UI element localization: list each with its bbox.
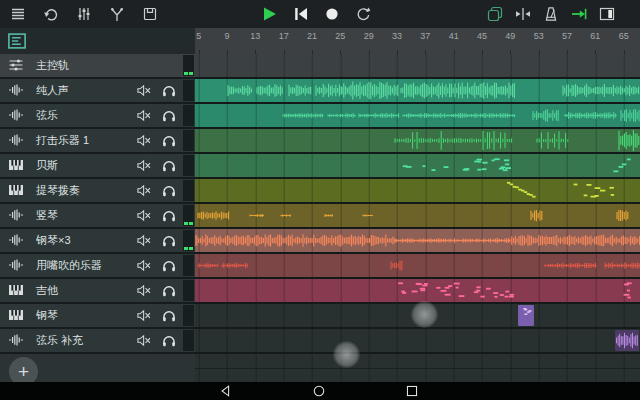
clip[interactable]: [257, 84, 282, 97]
clip[interactable]: [510, 294, 514, 296]
clip[interactable]: [421, 289, 426, 291]
clip[interactable]: [529, 310, 532, 312]
clip[interactable]: [509, 296, 514, 298]
clip[interactable]: [391, 261, 402, 271]
clip[interactable]: [595, 195, 599, 197]
clip[interactable]: [627, 290, 630, 292]
solo-button[interactable]: [160, 82, 178, 99]
solo-button[interactable]: [160, 332, 178, 349]
panel-toggle-button[interactable]: [599, 6, 615, 22]
clip[interactable]: [494, 296, 497, 298]
clip[interactable]: [228, 85, 251, 96]
clip[interactable]: [532, 196, 535, 198]
clip[interactable]: [289, 85, 311, 96]
solo-button[interactable]: [160, 257, 178, 274]
mute-button[interactable]: [135, 132, 153, 149]
clip[interactable]: [529, 194, 532, 196]
clip[interactable]: [505, 167, 511, 169]
clip[interactable]: [436, 287, 440, 289]
clip[interactable]: [422, 165, 425, 167]
clip[interactable]: [431, 169, 435, 171]
clip[interactable]: [510, 235, 640, 247]
clip[interactable]: [422, 285, 427, 287]
clip[interactable]: [198, 211, 229, 220]
track-row-3[interactable]: 打击乐器 1: [0, 129, 195, 154]
clip[interactable]: [505, 296, 509, 298]
clip[interactable]: [454, 283, 460, 285]
clip[interactable]: [445, 294, 451, 296]
clip[interactable]: [474, 291, 479, 293]
clip[interactable]: [533, 109, 558, 121]
clip[interactable]: [456, 287, 459, 289]
metronome-button[interactable]: [543, 6, 559, 22]
clip[interactable]: [466, 168, 470, 170]
lane-2[interactable]: [195, 104, 640, 129]
clip[interactable]: [609, 187, 614, 189]
clip[interactable]: [283, 113, 323, 118]
clip[interactable]: [505, 291, 509, 293]
lane-1[interactable]: [195, 79, 640, 104]
clip[interactable]: [524, 313, 527, 315]
clip[interactable]: [441, 290, 447, 292]
track-row-1[interactable]: 纯人声: [0, 79, 195, 104]
lane-3[interactable]: [195, 129, 640, 154]
clip[interactable]: [402, 292, 406, 294]
lane-11[interactable]: [195, 329, 640, 354]
lane-5[interactable]: [195, 179, 640, 204]
mute-button[interactable]: [135, 157, 153, 174]
clip[interactable]: [420, 288, 426, 290]
clip[interactable]: [444, 166, 449, 168]
clip[interactable]: [494, 158, 500, 160]
clip[interactable]: [621, 109, 639, 122]
jump-button[interactable]: [571, 6, 587, 22]
clip[interactable]: [499, 168, 504, 170]
mute-button[interactable]: [135, 307, 153, 324]
clip[interactable]: [401, 82, 514, 98]
track-view-button[interactable]: [7, 31, 27, 51]
track-row-0[interactable]: 主控轨: [0, 54, 195, 79]
mute-button[interactable]: [135, 332, 153, 349]
track-row-2[interactable]: 弦乐: [0, 104, 195, 129]
clip[interactable]: [627, 282, 632, 284]
clone-button[interactable]: [487, 6, 503, 22]
clip[interactable]: [595, 187, 601, 189]
mute-button[interactable]: [135, 182, 153, 199]
clip[interactable]: [476, 290, 480, 292]
track-row-5[interactable]: 提琴拨奏: [0, 179, 195, 204]
skip-start-button[interactable]: [293, 6, 309, 22]
clip[interactable]: [504, 159, 509, 161]
track-row-10[interactable]: 钢琴: [0, 304, 195, 329]
solo-button[interactable]: [160, 207, 178, 224]
tools-button[interactable]: [109, 6, 125, 22]
loop-button[interactable]: [355, 6, 371, 22]
clip[interactable]: [619, 166, 624, 168]
clip[interactable]: [481, 296, 485, 298]
menu-button[interactable]: [10, 6, 26, 22]
record-button[interactable]: [324, 6, 340, 22]
clip[interactable]: [622, 164, 627, 166]
clip[interactable]: [586, 184, 591, 186]
mute-button[interactable]: [135, 207, 153, 224]
mixer-button[interactable]: [76, 6, 92, 22]
track-row-9[interactable]: 吉他: [0, 279, 195, 304]
clip[interactable]: [359, 113, 399, 118]
clip[interactable]: [398, 282, 403, 284]
clip[interactable]: [524, 191, 527, 193]
solo-button[interactable]: [160, 232, 178, 249]
lane-4[interactable]: [195, 154, 640, 179]
clip[interactable]: [613, 170, 618, 172]
clip[interactable]: [523, 308, 526, 310]
track-row-7[interactable]: 钢琴×3: [0, 229, 195, 254]
clip[interactable]: [500, 294, 504, 296]
clip[interactable]: [505, 164, 509, 166]
clip[interactable]: [611, 194, 615, 196]
play-button[interactable]: [262, 6, 278, 22]
clip[interactable]: [563, 84, 639, 97]
clip[interactable]: [445, 287, 450, 289]
mute-button[interactable]: [135, 107, 153, 124]
clip[interactable]: [474, 161, 479, 163]
mute-button[interactable]: [135, 232, 153, 249]
back-button[interactable]: [219, 384, 233, 398]
snap-button[interactable]: [515, 6, 531, 22]
clip[interactable]: [395, 131, 512, 150]
